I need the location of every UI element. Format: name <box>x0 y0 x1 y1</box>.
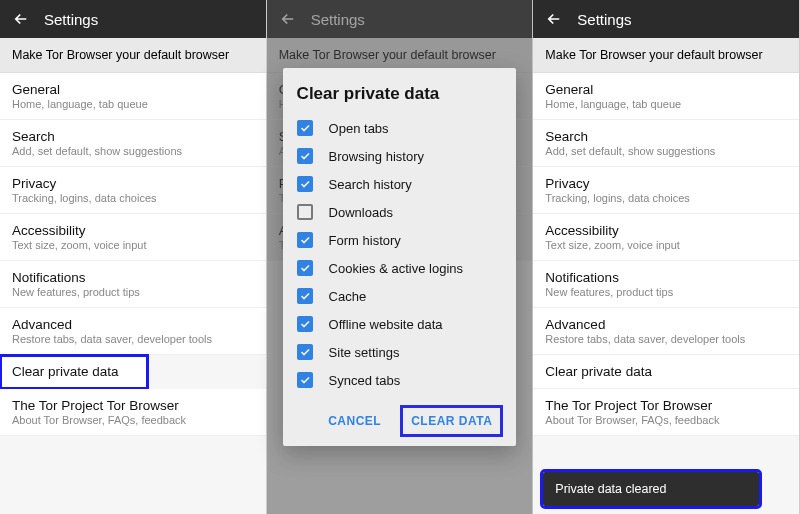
option-site-settings[interactable]: Site settings <box>297 338 503 366</box>
arrow-left-icon <box>545 10 563 28</box>
item-title: Advanced <box>12 317 254 332</box>
item-accessibility[interactable]: Accessibility Text size, zoom, voice inp… <box>0 214 266 261</box>
item-title: Notifications <box>12 270 254 285</box>
checkbox-icon <box>297 148 313 164</box>
settings-panel-1: Settings Make Tor Browser your default b… <box>0 0 267 514</box>
item-search[interactable]: Search Add, set default, show suggestion… <box>0 120 266 167</box>
default-browser-banner[interactable]: Make Tor Browser your default browser <box>533 38 799 73</box>
option-label: Cache <box>329 289 367 304</box>
item-sub: About Tor Browser, FAQs, feedback <box>12 414 254 426</box>
item-title: Search <box>12 129 254 144</box>
option-form-history[interactable]: Form history <box>297 226 503 254</box>
default-browser-banner[interactable]: Make Tor Browser your default browser <box>0 38 266 73</box>
option-label: Browsing history <box>329 149 424 164</box>
settings-panel-2: Settings Make Tor Browser your default b… <box>267 0 534 514</box>
option-offline-website-data[interactable]: Offline website data <box>297 310 503 338</box>
arrow-left-icon <box>12 10 30 28</box>
item-title: General <box>12 82 254 97</box>
item-sub: Tracking, logins, data choices <box>12 192 254 204</box>
item-title: Clear private data <box>12 364 136 379</box>
option-browsing-history[interactable]: Browsing history <box>297 142 503 170</box>
settings-panel-3: Settings Make Tor Browser your default b… <box>533 0 800 514</box>
item-advanced[interactable]: Advanced Restore tabs, data saver, devel… <box>0 308 266 355</box>
option-label: Open tabs <box>329 121 389 136</box>
option-label: Offline website data <box>329 317 443 332</box>
toast-private-data-cleared: Private data cleared <box>543 472 759 506</box>
item-title: Accessibility <box>12 223 254 238</box>
clear-data-button[interactable]: CLEAR DATA <box>401 406 502 436</box>
item-clear-private-data[interactable]: Clear private data <box>533 355 799 389</box>
back-button[interactable] <box>541 6 567 32</box>
checkbox-icon <box>297 372 313 388</box>
option-label: Synced tabs <box>329 373 401 388</box>
header-title: Settings <box>577 11 631 28</box>
item-sub: New features, product tips <box>12 286 254 298</box>
dialog-options: Open tabsBrowsing historySearch historyD… <box>297 114 503 394</box>
item-sub: Add, set default, show suggestions <box>12 145 254 157</box>
item-accessibility[interactable]: AccessibilityText size, zoom, voice inpu… <box>533 214 799 261</box>
item-notifications[interactable]: NotificationsNew features, product tips <box>533 261 799 308</box>
item-general[interactable]: GeneralHome, language, tab queue <box>533 73 799 120</box>
item-sub: Home, language, tab queue <box>12 98 254 110</box>
option-cookies-active-logins[interactable]: Cookies & active logins <box>297 254 503 282</box>
back-button[interactable] <box>8 6 34 32</box>
clear-private-data-dialog: Clear private data Open tabsBrowsing his… <box>283 68 517 446</box>
dialog-actions: CANCEL CLEAR DATA <box>297 406 503 436</box>
item-general[interactable]: General Home, language, tab queue <box>0 73 266 120</box>
option-cache[interactable]: Cache <box>297 282 503 310</box>
app-header: Settings <box>0 0 266 38</box>
modal-overlay[interactable]: Clear private data Open tabsBrowsing his… <box>267 0 533 514</box>
option-open-tabs[interactable]: Open tabs <box>297 114 503 142</box>
option-label: Form history <box>329 233 401 248</box>
checkbox-icon <box>297 204 313 220</box>
item-title: The Tor Project Tor Browser <box>12 398 254 413</box>
checkbox-icon <box>297 232 313 248</box>
item-clear-private-data[interactable]: Clear private data <box>0 355 148 389</box>
item-sub: Text size, zoom, voice input <box>12 239 254 251</box>
option-search-history[interactable]: Search history <box>297 170 503 198</box>
option-label: Search history <box>329 177 412 192</box>
item-sub: Restore tabs, data saver, developer tool… <box>12 333 254 345</box>
option-label: Downloads <box>329 205 393 220</box>
item-title: Privacy <box>12 176 254 191</box>
option-label: Cookies & active logins <box>329 261 463 276</box>
checkbox-icon <box>297 288 313 304</box>
checkbox-icon <box>297 316 313 332</box>
option-label: Site settings <box>329 345 400 360</box>
checkbox-icon <box>297 260 313 276</box>
option-downloads[interactable]: Downloads <box>297 198 503 226</box>
item-advanced[interactable]: AdvancedRestore tabs, data saver, develo… <box>533 308 799 355</box>
item-notifications[interactable]: Notifications New features, product tips <box>0 261 266 308</box>
item-privacy[interactable]: Privacy Tracking, logins, data choices <box>0 167 266 214</box>
header-title: Settings <box>44 11 98 28</box>
item-search[interactable]: SearchAdd, set default, show suggestions <box>533 120 799 167</box>
checkbox-icon <box>297 120 313 136</box>
app-header: Settings <box>533 0 799 38</box>
item-about[interactable]: The Tor Project Tor BrowserAbout Tor Bro… <box>533 389 799 436</box>
item-about[interactable]: The Tor Project Tor Browser About Tor Br… <box>0 389 266 436</box>
dialog-title: Clear private data <box>297 84 503 104</box>
cancel-button[interactable]: CANCEL <box>318 406 391 436</box>
item-privacy[interactable]: PrivacyTracking, logins, data choices <box>533 167 799 214</box>
option-synced-tabs[interactable]: Synced tabs <box>297 366 503 394</box>
checkbox-icon <box>297 176 313 192</box>
checkbox-icon <box>297 344 313 360</box>
